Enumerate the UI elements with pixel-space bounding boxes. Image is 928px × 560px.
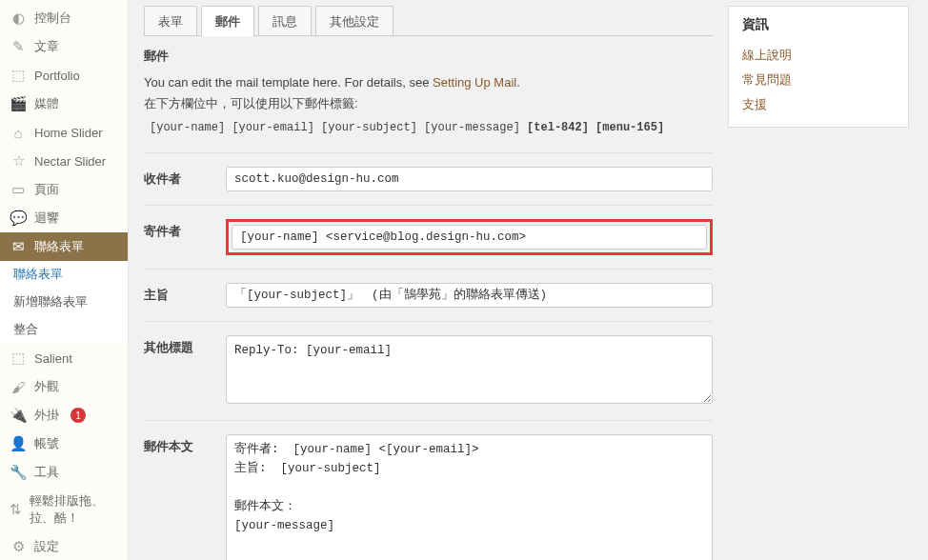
dragdrop-icon: ⇅	[10, 501, 22, 518]
intro-prefix: You can edit the mail template here. For…	[144, 75, 433, 90]
menu-label: 設定	[34, 538, 59, 555]
submenu-integration[interactable]: 整合	[0, 316, 128, 344]
posts-icon: ✎	[10, 38, 27, 55]
menu-label: Nectar Slider	[34, 154, 106, 169]
menu-label: Home Slider	[34, 126, 103, 140]
label-subject: 主旨	[144, 283, 211, 304]
menu-portfolio[interactable]: ⬚Portfolio	[0, 61, 128, 90]
menu-label: 聯絡表單	[13, 267, 63, 283]
menu-nectar-slider[interactable]: ☆Nectar Slider	[0, 147, 128, 175]
salient-icon: ⬚	[10, 350, 27, 367]
label-sender: 寄件者	[144, 219, 211, 240]
input-sender[interactable]	[232, 225, 707, 250]
menu-label: 外觀	[34, 378, 59, 395]
portfolio-icon: ⬚	[10, 67, 27, 84]
field-sender: 寄件者	[144, 205, 713, 269]
field-subject: 主旨	[144, 269, 713, 321]
label-headers: 其他標題	[144, 335, 211, 356]
menu-appearance[interactable]: 🖌外觀	[0, 372, 128, 401]
menu-label: 頁面	[34, 181, 59, 198]
mail-tags: [your-name] [your-email] [your-subject] …	[144, 114, 713, 152]
submenu-contact-forms[interactable]: 聯絡表單	[0, 261, 128, 289]
tab-messages[interactable]: 訊息	[258, 6, 312, 35]
menu-label: Portfolio	[34, 69, 80, 83]
menu-label: 輕鬆排版拖、拉、酷！	[30, 492, 118, 527]
settings-icon: ⚙	[10, 538, 27, 555]
media-icon: 🎬	[10, 95, 27, 112]
menu-label: 帳號	[34, 435, 59, 452]
info-sidebar: 資訊 線上說明 常見問題 支援	[728, 6, 909, 560]
info-link-faq[interactable]: 常見問題	[742, 68, 895, 92]
menu-label: 新增聯絡表單	[13, 294, 88, 310]
admin-sidebar: ◐控制台 ✎文章 ⬚Portfolio 🎬媒體 ⌂Home Slider ☆Ne…	[0, 0, 129, 560]
info-link-support[interactable]: 支援	[742, 92, 895, 117]
mail-tags-bold: [tel-842] [menu-165]	[527, 121, 664, 134]
menu-salient[interactable]: ⬚Salient	[0, 344, 128, 372]
menu-drag-drop[interactable]: ⇅輕鬆排版拖、拉、酷！	[0, 487, 128, 532]
content-panel: 表單 郵件 訊息 其他設定 郵件 You can edit the mail t…	[144, 0, 713, 560]
menu-comments[interactable]: 💬迴響	[0, 204, 128, 232]
menu-label: 工具	[34, 464, 59, 481]
menu-settings[interactable]: ⚙設定	[0, 532, 128, 560]
dashboard-icon: ◐	[10, 10, 27, 27]
tools-icon: 🔧	[10, 464, 27, 481]
field-headers: 其他標題	[144, 321, 713, 420]
menu-label: 控制台	[34, 10, 71, 27]
menu-media[interactable]: 🎬媒體	[0, 90, 128, 118]
intro-suffix: .	[516, 75, 520, 90]
setting-up-mail-link[interactable]: Setting Up Mail	[433, 75, 516, 90]
menu-dashboard[interactable]: ◐控制台	[0, 4, 128, 32]
menu-label: 媒體	[34, 95, 59, 112]
plugins-icon: 🔌	[10, 407, 27, 424]
panel-title: 郵件	[144, 36, 713, 72]
comments-icon: 💬	[10, 210, 27, 227]
tab-mail[interactable]: 郵件	[201, 6, 254, 36]
input-subject[interactable]	[226, 283, 713, 308]
info-title: 資訊	[742, 16, 895, 33]
mail-icon: ✉	[10, 238, 27, 255]
field-recipient: 收件者	[144, 152, 713, 205]
input-headers[interactable]	[226, 335, 713, 404]
submenu-add-new[interactable]: 新增聯絡表單	[0, 289, 128, 316]
menu-label: 聯絡表單	[34, 238, 84, 255]
menu-users[interactable]: 👤帳號	[0, 430, 128, 458]
tab-additional[interactable]: 其他設定	[315, 6, 393, 35]
label-recipient: 收件者	[144, 167, 211, 188]
info-link-docs[interactable]: 線上說明	[742, 43, 895, 68]
tab-form[interactable]: 表單	[144, 6, 197, 35]
menu-label: 迴響	[34, 210, 59, 227]
menu-tools[interactable]: 🔧工具	[0, 458, 128, 487]
intro-line2: 在下方欄位中，可以使用以下郵件標籤:	[144, 96, 358, 110]
menu-label: 文章	[34, 38, 59, 55]
intro-text: You can edit the mail template here. For…	[144, 72, 713, 114]
users-icon: 👤	[10, 435, 27, 452]
home-icon: ⌂	[10, 124, 27, 141]
menu-plugins[interactable]: 🔌外掛1	[0, 401, 128, 430]
menu-label: 外掛	[34, 407, 59, 424]
menu-pages[interactable]: ▭頁面	[0, 175, 128, 204]
label-body: 郵件本文	[144, 434, 211, 455]
menu-contact-form[interactable]: ✉聯絡表單	[0, 232, 128, 261]
main-area: 表單 郵件 訊息 其他設定 郵件 You can edit the mail t…	[129, 0, 928, 560]
field-body: 郵件本文	[144, 420, 713, 560]
menu-label: Salient	[34, 351, 72, 366]
tab-bar: 表單 郵件 訊息 其他設定	[144, 6, 713, 36]
menu-home-slider[interactable]: ⌂Home Slider	[0, 118, 128, 147]
appearance-icon: 🖌	[10, 378, 27, 395]
star-icon: ☆	[10, 152, 27, 170]
menu-label: 整合	[13, 322, 38, 338]
input-recipient[interactable]	[226, 167, 713, 191]
update-badge: 1	[71, 408, 86, 423]
menu-posts[interactable]: ✎文章	[0, 32, 128, 61]
highlighted-sender-wrapper	[226, 219, 713, 255]
pages-icon: ▭	[10, 181, 27, 198]
input-body[interactable]	[226, 434, 713, 560]
mail-tags-plain: [your-name] [your-email] [your-subject] …	[150, 121, 527, 134]
